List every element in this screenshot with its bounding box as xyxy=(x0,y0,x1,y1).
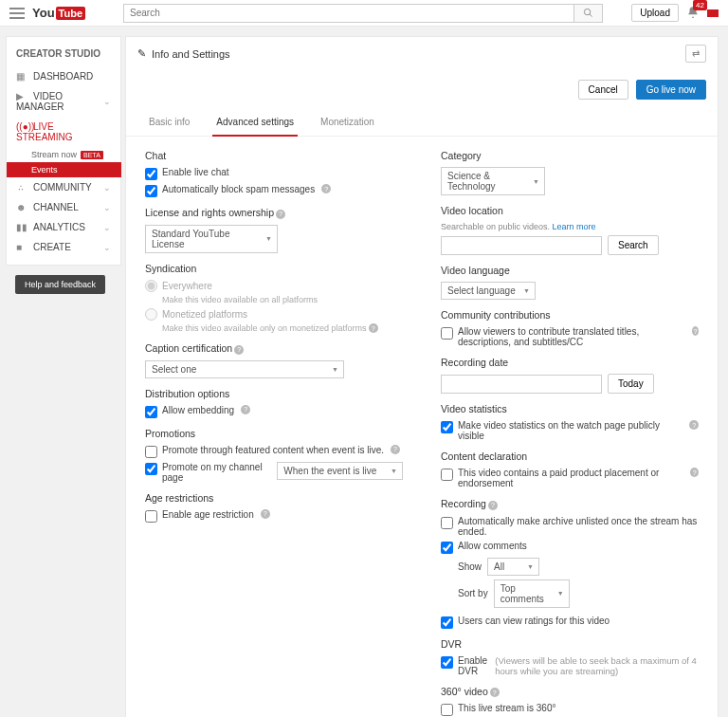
help-icon[interactable]: ? xyxy=(369,323,378,333)
app-header: You Tube Upload 42 xyxy=(0,0,728,27)
tab-basic-info[interactable]: Basic info xyxy=(145,109,193,136)
svg-point-0 xyxy=(585,9,591,14)
caption-select[interactable]: Select one xyxy=(145,360,344,378)
cb-enable-dvr[interactable]: Enable DVR (Viewers will be able to seek… xyxy=(441,655,699,676)
tab-advanced-settings[interactable]: Advanced settings xyxy=(212,109,298,137)
sidebar-item-live-streaming[interactable]: ((●))LIVE STREAMING xyxy=(7,117,120,147)
settings-toggle-icon[interactable]: ⇄ xyxy=(685,45,706,63)
radio-everywhere-hint: Make this video available on all platfor… xyxy=(162,295,403,304)
sidebar-item-video-manager[interactable]: ▶VIDEO MANAGER⌄ xyxy=(7,86,120,117)
cb-360-video[interactable]: This live stream is 360° xyxy=(441,703,699,716)
help-icon[interactable]: ? xyxy=(692,326,699,336)
help-icon[interactable]: ? xyxy=(490,688,500,697)
search-button[interactable] xyxy=(574,4,603,23)
category-select[interactable]: Science & Technology xyxy=(441,167,545,195)
section-recording-date: Recording date xyxy=(441,357,699,368)
cb-allow-comments[interactable]: Allow comments xyxy=(441,541,699,554)
section-age: Age restrictions xyxy=(145,492,403,504)
section-distribution: Distribution options xyxy=(145,388,403,399)
cb-promote-featured[interactable]: Promote through featured content when ev… xyxy=(145,445,403,458)
go-live-button-top[interactable]: Go live now xyxy=(636,80,706,100)
logo-you: You xyxy=(32,6,55,20)
recording-date-input[interactable] xyxy=(441,375,602,394)
learn-more-link[interactable]: Learn more xyxy=(553,222,596,231)
section-community-contrib: Community contributions xyxy=(441,309,699,321)
menu-icon[interactable] xyxy=(9,8,25,19)
sidebar-item-analytics[interactable]: ▮▮ANALYTICS⌄ xyxy=(7,217,120,237)
sidebar-item-channel[interactable]: ☻CHANNEL⌄ xyxy=(7,197,120,217)
help-icon[interactable]: ? xyxy=(276,210,285,219)
help-icon[interactable]: ? xyxy=(690,468,699,477)
location-hint: Searchable on public videos. Learn more xyxy=(441,222,699,231)
sidebar-title: CREATOR STUDIO xyxy=(7,45,120,66)
cb-auto-block-spam[interactable]: Automatically block spam messages? xyxy=(145,184,403,197)
section-license: License and rights ownership? xyxy=(145,207,403,219)
location-input[interactable] xyxy=(441,236,602,255)
radio-monetized[interactable]: Monetized platforms xyxy=(145,308,403,321)
notif-badge: 42 xyxy=(693,0,707,10)
upload-button[interactable]: Upload xyxy=(631,4,679,22)
tab-monetization[interactable]: Monetization xyxy=(317,109,378,136)
section-syndication: Syndication xyxy=(145,263,403,274)
cb-community-contrib[interactable]: Allow viewers to contribute translated t… xyxy=(441,326,699,347)
cb-view-ratings[interactable]: Users can view ratings for this video xyxy=(441,616,699,629)
comments-show-select[interactable]: All xyxy=(487,558,539,576)
help-icon[interactable]: ? xyxy=(261,509,270,519)
radio-everywhere[interactable]: Everywhere xyxy=(145,280,403,292)
section-chat: Chat xyxy=(145,150,403,161)
help-feedback-button[interactable]: Help and feedback xyxy=(15,275,105,294)
sidebar-sub-stream-now[interactable]: Stream nowBETA xyxy=(7,147,120,162)
cb-allow-embedding[interactable]: Allow embedding? xyxy=(145,405,403,418)
label-show: Show xyxy=(458,561,482,572)
today-button[interactable]: Today xyxy=(608,374,654,394)
beta-badge: BETA xyxy=(81,151,103,159)
help-icon[interactable]: ? xyxy=(234,345,244,355)
help-icon[interactable]: ? xyxy=(321,184,331,193)
cb-video-stats[interactable]: Make video statistics on the watch page … xyxy=(441,420,699,441)
svg-line-1 xyxy=(590,14,592,17)
cancel-button-top[interactable]: Cancel xyxy=(578,80,628,100)
pencil-icon: ✎ xyxy=(137,47,146,60)
section-location: Video location xyxy=(441,205,699,216)
cb-auto-unlist[interactable]: Automatically make archive unlisted once… xyxy=(441,516,699,537)
cb-enable-live-chat[interactable]: Enable live chat xyxy=(145,167,403,180)
section-caption: Caption certification? xyxy=(145,342,403,355)
cb-paid-placement[interactable]: This video contains a paid product place… xyxy=(441,468,699,488)
apps-icon[interactable] xyxy=(707,9,719,17)
location-search-button[interactable]: Search xyxy=(608,235,659,255)
sidebar-item-create[interactable]: ■CREATE⌄ xyxy=(7,237,120,257)
sidebar-item-community[interactable]: ⛬COMMUNITY⌄ xyxy=(7,177,120,197)
section-category: Category xyxy=(441,150,699,161)
section-360: 360° video? xyxy=(441,686,699,698)
section-language: Video language xyxy=(441,265,699,276)
help-icon[interactable]: ? xyxy=(241,405,250,414)
dvr-note: (Viewers will be able to seek back a max… xyxy=(495,655,699,676)
section-video-stats: Video statistics xyxy=(441,403,699,414)
sidebar-item-dashboard[interactable]: ▦DASHBOARD xyxy=(7,66,120,86)
help-icon[interactable]: ? xyxy=(391,445,400,454)
sidebar-sub-events[interactable]: Events xyxy=(7,162,121,177)
notifications-icon[interactable]: 42 xyxy=(686,6,700,21)
help-icon[interactable]: ? xyxy=(689,420,699,430)
sidebar: CREATOR STUDIO ▦DASHBOARD ▶VIDEO MANAGER… xyxy=(0,27,121,717)
section-dvr: DVR xyxy=(441,638,699,650)
label-sort: Sort by xyxy=(458,588,488,598)
promote-when-select[interactable]: When the event is live xyxy=(277,462,403,480)
radio-monetized-hint: Make this video available only on moneti… xyxy=(162,323,403,334)
cb-enable-age-restriction[interactable]: Enable age restriction? xyxy=(145,509,403,523)
license-select[interactable]: Standard YouTube License xyxy=(145,225,278,253)
youtube-logo[interactable]: You Tube xyxy=(32,6,85,20)
page-title: Info and Settings xyxy=(152,48,230,60)
cb-promote-channel[interactable]: Promote on my channel page When the even… xyxy=(145,462,403,483)
section-promotions: Promotions xyxy=(145,428,403,439)
language-select[interactable]: Select language xyxy=(441,282,536,300)
search-input[interactable] xyxy=(123,4,574,23)
help-icon[interactable]: ? xyxy=(488,501,498,510)
logo-tube: Tube xyxy=(56,7,85,20)
section-recording: Recording? xyxy=(441,498,699,510)
comments-sort-select[interactable]: Top comments xyxy=(494,579,570,608)
section-content-declaration: Content declaration xyxy=(441,450,699,462)
